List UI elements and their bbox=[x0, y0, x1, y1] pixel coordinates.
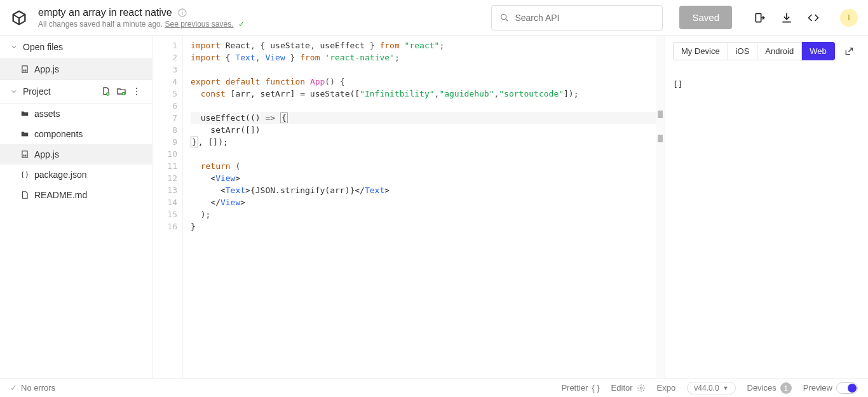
prettier-button[interactable]: Prettier { } bbox=[561, 383, 599, 393]
popout-icon[interactable] bbox=[844, 46, 854, 57]
svg-point-11 bbox=[136, 88, 137, 89]
open-files-label: Open files bbox=[23, 42, 63, 52]
folder-icon bbox=[20, 130, 29, 138]
no-errors-label: No errors bbox=[21, 383, 55, 393]
search-box[interactable] bbox=[491, 5, 663, 30]
header-actions: I bbox=[754, 9, 858, 27]
tab-my-device[interactable]: My Device bbox=[673, 42, 728, 60]
gutter: 12345678910111213141516 bbox=[153, 36, 183, 378]
svg-rect-14 bbox=[22, 151, 27, 158]
file-name: App.js bbox=[34, 64, 59, 74]
avatar[interactable]: I bbox=[840, 9, 858, 27]
preview-toggle[interactable]: Preview bbox=[803, 382, 858, 394]
project-item-assets[interactable]: assets bbox=[0, 104, 152, 124]
editor[interactable]: 12345678910111213141516 import React, { … bbox=[153, 36, 665, 378]
file-name: components bbox=[34, 129, 83, 139]
md-icon bbox=[20, 191, 29, 199]
svg-rect-16 bbox=[25, 155, 27, 157]
tab-web[interactable]: Web bbox=[802, 42, 835, 60]
svg-point-17 bbox=[640, 387, 642, 389]
json-icon bbox=[20, 170, 29, 179]
tab-android[interactable]: Android bbox=[757, 42, 802, 60]
open-files-header[interactable]: Open files bbox=[0, 36, 152, 59]
file-name: package.json bbox=[34, 170, 87, 180]
saved-button[interactable]: Saved bbox=[679, 6, 732, 29]
save-status: All changes saved half a minute ago. See… bbox=[38, 20, 245, 29]
devices-label: Devices bbox=[747, 383, 776, 393]
new-folder-icon[interactable] bbox=[116, 86, 126, 97]
project-item-package-json[interactable]: package.json bbox=[0, 165, 152, 185]
check-icon: ✓ bbox=[238, 20, 245, 29]
title-block: empty an array in react native All chang… bbox=[38, 7, 245, 29]
project-item-components[interactable]: components bbox=[0, 124, 152, 144]
embed-icon[interactable] bbox=[807, 11, 820, 24]
svg-rect-15 bbox=[24, 155, 25, 157]
new-file-icon[interactable] bbox=[101, 86, 111, 97]
svg-line-4 bbox=[506, 19, 508, 21]
exit-icon[interactable] bbox=[754, 11, 766, 24]
svg-point-12 bbox=[136, 91, 137, 92]
preview-output: [] bbox=[673, 60, 860, 89]
search-input[interactable] bbox=[515, 13, 654, 23]
project-header[interactable]: Project bbox=[0, 79, 152, 104]
js-icon bbox=[20, 150, 29, 159]
devices-count-badge: 1 bbox=[780, 382, 792, 394]
project-label: Project bbox=[23, 86, 51, 97]
preview-label: Preview bbox=[803, 383, 832, 393]
expo-label: Expo bbox=[657, 383, 676, 393]
braces-icon: { } bbox=[592, 383, 599, 393]
chevron-down-icon bbox=[10, 88, 18, 95]
chevron-down-icon: ▼ bbox=[723, 385, 729, 391]
open-file-item[interactable]: App.js bbox=[0, 59, 152, 79]
code-area[interactable]: import React, { useState, useEffect } fr… bbox=[183, 36, 656, 378]
info-icon[interactable] bbox=[177, 8, 187, 18]
project-item-App-js[interactable]: App.js bbox=[0, 144, 152, 165]
svg-rect-7 bbox=[24, 70, 25, 72]
file-name: README.md bbox=[34, 190, 87, 200]
project-item-README-md[interactable]: README.md bbox=[0, 185, 152, 205]
file-name: App.js bbox=[34, 149, 59, 159]
sidebar: Open files App.js Project assetscomponen… bbox=[0, 36, 153, 378]
no-errors-status[interactable]: ✓ No errors bbox=[10, 383, 55, 393]
see-previous-saves-link[interactable]: See previous saves. bbox=[165, 20, 233, 29]
svg-rect-6 bbox=[22, 66, 27, 73]
editor-label: Editor bbox=[611, 383, 633, 393]
project-title[interactable]: empty an array in react native bbox=[38, 7, 172, 18]
more-icon[interactable] bbox=[132, 86, 142, 97]
device-tabs: My DeviceiOSAndroidWeb bbox=[673, 42, 835, 60]
tab-ios[interactable]: iOS bbox=[728, 42, 758, 60]
file-name: assets bbox=[34, 109, 60, 119]
js-file-icon bbox=[20, 65, 29, 74]
toggle-switch[interactable] bbox=[836, 382, 858, 394]
preview-panel: My DeviceiOSAndroidWeb [] bbox=[665, 36, 868, 378]
search-icon bbox=[499, 13, 510, 23]
editor-settings-button[interactable]: Editor bbox=[611, 383, 646, 393]
svg-point-2 bbox=[182, 10, 182, 11]
svg-rect-5 bbox=[756, 13, 761, 22]
chevron-down-icon bbox=[10, 43, 18, 51]
svg-point-3 bbox=[501, 14, 506, 19]
prettier-label: Prettier bbox=[561, 383, 588, 393]
gear-icon bbox=[637, 384, 646, 393]
check-icon: ✓ bbox=[10, 383, 17, 393]
folder-icon bbox=[20, 109, 29, 118]
editor-scrollbar[interactable] bbox=[656, 36, 665, 378]
header: empty an array in react native All chang… bbox=[0, 0, 868, 36]
svg-point-13 bbox=[136, 94, 137, 95]
svg-rect-8 bbox=[25, 70, 27, 72]
expo-version-select[interactable]: v44.0.0 ▼ bbox=[687, 382, 735, 394]
version-label: v44.0.0 bbox=[694, 384, 719, 393]
logo-icon bbox=[10, 9, 28, 27]
download-icon[interactable] bbox=[780, 11, 793, 24]
devices-button[interactable]: Devices 1 bbox=[747, 382, 792, 394]
main: Open files App.js Project assetscomponen… bbox=[0, 36, 868, 378]
statusbar: ✓ No errors Prettier { } Editor Expo v44… bbox=[0, 378, 868, 397]
save-status-text: All changes saved half a minute ago. bbox=[38, 20, 165, 29]
